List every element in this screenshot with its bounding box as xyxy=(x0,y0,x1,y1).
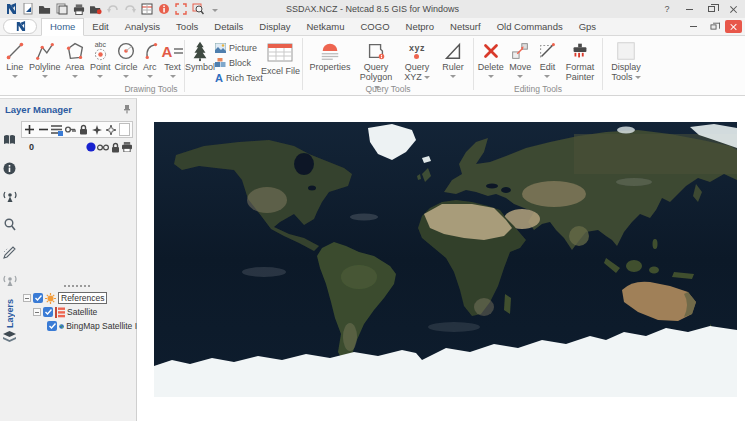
checkbox-checked[interactable] xyxy=(33,293,43,303)
picture-button[interactable]: Picture xyxy=(215,41,261,55)
tab-display[interactable]: Display xyxy=(251,19,298,35)
lock-icon[interactable] xyxy=(78,123,89,136)
ribbon: Line Polyline Area abc Point Circle xyxy=(0,36,745,96)
format-painter-button[interactable]: Format Painter xyxy=(560,38,600,82)
collapse-box-icon[interactable] xyxy=(23,294,31,302)
edit-button[interactable]: Edit xyxy=(535,38,560,78)
info-circle-icon[interactable] xyxy=(3,161,17,175)
tree-item-references[interactable]: References xyxy=(21,291,137,305)
new-file-icon[interactable] xyxy=(22,3,34,15)
line-button[interactable]: Line xyxy=(2,38,28,78)
pin-icon[interactable] xyxy=(123,104,131,114)
help-button[interactable]: ? xyxy=(657,2,677,17)
tab-netkamu[interactable]: Netkamu xyxy=(298,19,352,35)
zoom-region-icon[interactable] xyxy=(192,3,204,15)
text-button[interactable]: A Text xyxy=(161,38,184,78)
move-button[interactable]: Move xyxy=(505,38,534,78)
select-region-icon[interactable] xyxy=(175,3,187,15)
info-icon[interactable] xyxy=(158,3,170,15)
block-button[interactable]: Block xyxy=(215,56,261,70)
app-menu-button[interactable] xyxy=(3,19,37,34)
excel-file-button[interactable]: Excel File xyxy=(261,38,300,76)
tab-netpro[interactable]: Netpro xyxy=(398,19,443,35)
rich-text-button[interactable]: A Rich Text xyxy=(215,71,261,85)
layer-color-swatch[interactable] xyxy=(85,141,97,153)
arc-icon xyxy=(139,40,161,62)
tab-cogo[interactable]: COGO xyxy=(353,19,398,35)
tab-analysis[interactable]: Analysis xyxy=(117,19,168,35)
tab-details[interactable]: Details xyxy=(206,19,251,35)
search-icon[interactable] xyxy=(3,217,17,231)
minimize-button[interactable] xyxy=(679,2,699,17)
abc-icon-text: abc xyxy=(95,41,106,48)
collapse-box-icon[interactable] xyxy=(33,308,41,316)
area-button[interactable]: Area xyxy=(62,38,88,78)
ruler-button[interactable]: Ruler xyxy=(437,38,469,78)
redo-icon[interactable] xyxy=(124,3,136,15)
qat-caret-icon[interactable] xyxy=(209,3,221,15)
dropdown-caret-icon xyxy=(544,75,550,78)
polyline-button[interactable]: Polyline xyxy=(28,38,62,78)
tab-old-commands[interactable]: Old Commands xyxy=(489,19,571,35)
save-icon[interactable] xyxy=(56,3,68,15)
point-button[interactable]: abc Point xyxy=(88,38,114,78)
query-xyz-button[interactable]: xyz Query XYZ xyxy=(397,38,437,82)
tab-home[interactable]: Home xyxy=(41,18,84,36)
panel-splitter[interactable] xyxy=(21,283,133,289)
button-label: Format Painter xyxy=(560,62,600,82)
xyz-dot-icon xyxy=(414,54,419,59)
tab-edit[interactable]: Edit xyxy=(84,19,116,35)
doc-minimize-button[interactable] xyxy=(685,20,702,33)
remove-layer-button[interactable] xyxy=(37,123,48,136)
workspace: Layer Manager 0 xyxy=(0,96,745,421)
group-label: Query Tools xyxy=(303,84,473,94)
tree-item-satellite[interactable]: Satellite xyxy=(21,305,137,319)
layer-filter-box[interactable] xyxy=(119,123,130,136)
open-folder-icon[interactable] xyxy=(39,3,51,15)
display-tools-button[interactable]: Display Tools xyxy=(605,38,647,82)
save-alert-icon[interactable] xyxy=(90,3,102,15)
print-icon[interactable] xyxy=(73,3,85,15)
delete-x-icon xyxy=(480,40,502,62)
bring-front-star-icon[interactable] xyxy=(92,123,103,136)
delete-button[interactable]: Delete xyxy=(476,38,505,78)
visibility-glasses-icon[interactable] xyxy=(97,141,109,153)
drawing-small-buttons: Picture Block A Rich Text xyxy=(215,38,261,85)
button-label: Arc xyxy=(143,62,157,72)
tree-item-label: Satellite xyxy=(67,307,97,317)
send-back-star-icon[interactable] xyxy=(105,123,116,136)
sketch-pencil-icon[interactable] xyxy=(3,245,17,259)
signal-off-icon[interactable] xyxy=(3,273,17,287)
properties-button[interactable]: Properties xyxy=(305,38,355,72)
notebook-icon[interactable] xyxy=(3,133,17,147)
tab-gps[interactable]: Gps xyxy=(571,19,604,35)
layers-bottom-tab[interactable]: Layers xyxy=(3,299,16,342)
doc-restore-button[interactable] xyxy=(705,20,722,33)
tab-tools[interactable]: Tools xyxy=(168,19,206,35)
table-view-icon[interactable] xyxy=(141,3,153,15)
close-button[interactable] xyxy=(723,2,743,17)
doc-close-button[interactable] xyxy=(725,20,742,33)
quick-access-toolbar xyxy=(0,3,221,15)
checkbox-checked[interactable] xyxy=(43,307,53,317)
circle-button[interactable]: Circle xyxy=(113,38,139,78)
group-query-tools: Properties Query Polygon xyz Query XYZ R… xyxy=(303,36,473,95)
signal-antenna-icon[interactable] xyxy=(3,189,17,203)
arc-button[interactable]: Arc xyxy=(139,38,161,78)
group-label: Drawing Tools xyxy=(0,84,302,94)
group-display-tools: Display Tools xyxy=(603,36,649,95)
layer-list-button[interactable] xyxy=(51,123,63,136)
undo-icon[interactable] xyxy=(107,3,119,15)
symbol-button[interactable]: Symbol xyxy=(185,38,215,72)
active-layer-row[interactable]: 0 xyxy=(21,140,133,154)
map-viewport[interactable] xyxy=(154,122,737,397)
button-label: Delete xyxy=(478,62,504,72)
key-icon[interactable] xyxy=(65,123,76,136)
layer-print-icon[interactable] xyxy=(121,141,133,153)
add-layer-button[interactable] xyxy=(24,123,35,136)
checkbox-checked[interactable] xyxy=(47,321,57,331)
tab-netsurf[interactable]: Netsurf xyxy=(442,19,489,35)
tree-item-bingmap[interactable]: BingMap Satellite I xyxy=(21,319,137,333)
layer-lock-icon[interactable] xyxy=(109,141,121,153)
restore-button[interactable] xyxy=(701,2,721,17)
